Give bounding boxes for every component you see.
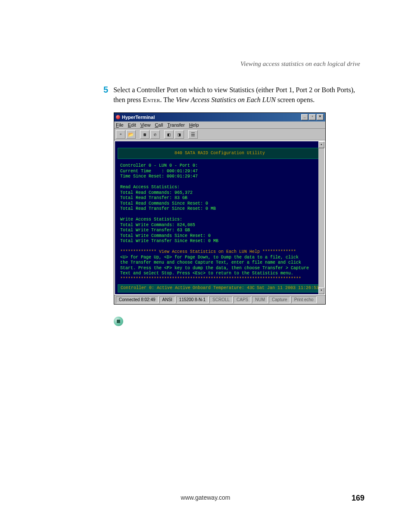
tool-receive-icon[interactable]: ◨ (174, 130, 184, 139)
help-line: <U> for Page Up, <D> for Page Down, to D… (120, 255, 299, 260)
close-button[interactable]: × (317, 114, 324, 120)
scroll-up-icon[interactable]: ▴ (318, 141, 324, 148)
step-5: 5 Select a Controller Port on which to v… (103, 85, 364, 105)
menu-view[interactable]: View (140, 122, 151, 128)
menubar: File Edit View Call Transfer Help (114, 121, 325, 129)
step-key: Enter (143, 96, 160, 103)
term-line: Total Write Commands Since Reset: 0 (120, 233, 211, 238)
status-center: Onboard Temperature: 43C (193, 286, 255, 291)
toolbar: ▫ 📂 ☎ ✆ ◧ ◨ ☰ (114, 129, 325, 140)
term-line: Total Write Transfer Since Reset: 0 MB (120, 239, 218, 243)
tool-hangup-icon[interactable]: ✆ (150, 130, 160, 139)
end-of-procedure-icon (114, 317, 123, 326)
term-line: Read Access Statistics: (120, 185, 180, 190)
term-line: Time Since Reset: 000:01:29:47 (120, 174, 198, 179)
scroll-down-icon[interactable]: ▾ (318, 287, 324, 294)
term-line: Current Time : 000:01:29:47 (120, 169, 198, 174)
statusbar: Connected 8:02:49 ANSI 115200 8-N-1 SCRO… (114, 295, 325, 304)
term-line: Write Access Statistics: (120, 217, 182, 222)
status-right: Sat Jan 11 2003 11:26:53 (257, 286, 319, 291)
hyperterminal-window: HyperTerminal _ ▫ × File Edit View Call … (114, 112, 326, 305)
term-line: Total Read Transfer Since Reset: 0 MB (120, 206, 216, 211)
status-caps: CAPS (234, 296, 251, 303)
tool-new-icon[interactable]: ▫ (116, 130, 125, 139)
status-emulation: ANSI (159, 296, 175, 303)
status-connected: Connected 8:02:49 (116, 296, 159, 303)
tool-properties-icon[interactable]: ☰ (188, 130, 198, 139)
term-line: Total Write Transfer: 63 GB (120, 228, 190, 233)
step-screen-name: View Access Statistics on Each LUN (176, 96, 276, 103)
help-line: Text and select Stop. Press <Esc> to ret… (120, 271, 293, 276)
window-titlebar: HyperTerminal _ ▫ × (114, 113, 325, 121)
terminal-title: 840 SATA RAID Configuration Utility (174, 151, 265, 156)
terminal-area: 840 SATA RAID Configuration UtilityContr… (115, 141, 324, 294)
tool-open-icon[interactable]: 📂 (126, 130, 136, 139)
step-text: Select a Controller Port on which to vie… (113, 85, 364, 105)
status-scroll: SCROLL (209, 296, 233, 303)
app-icon (116, 115, 120, 119)
menu-file[interactable]: File (116, 122, 124, 128)
status-printecho: Print echo (291, 296, 317, 303)
step-suffix: screen opens. (276, 96, 314, 103)
maximize-button[interactable]: ▫ (309, 114, 316, 120)
tool-send-icon[interactable]: ◧ (164, 130, 174, 139)
status-baud: 115200 8-N-1 (176, 296, 209, 303)
term-line: Total Read Transfer: 83 GB (120, 196, 187, 200)
footer-url: www.gateway.com (0, 494, 411, 501)
menu-edit[interactable]: Edit (128, 122, 136, 128)
tool-call-icon[interactable]: ☎ (140, 130, 149, 139)
term-line: Controller 0 - LUN 0 - Port 0: (120, 163, 198, 168)
window-title: HyperTerminal (122, 115, 155, 120)
step-number: 5 (103, 85, 108, 94)
status-capture: Capture (269, 296, 290, 303)
term-line: Total Read Commands: 965,372 (120, 190, 193, 195)
vertical-scrollbar[interactable]: ▴ ▾ (318, 141, 324, 294)
term-line: Total Write Commands: 824,085 (120, 223, 195, 227)
help-title: ************** View Access Statistics on… (120, 249, 296, 254)
minimize-button[interactable]: _ (301, 114, 308, 120)
terminal-status-bar: Controller 0: Active ActiveOnboard Tempe… (118, 284, 322, 292)
term-line: Total Read Commands Since Reset: 0 (120, 201, 208, 206)
section-header: Viewing access statistics on each logica… (103, 60, 364, 68)
status-left: Controller 0: Active Active (121, 286, 190, 291)
menu-call[interactable]: Call (155, 122, 163, 128)
help-line: the Transfer menu and choose Capture Tex… (120, 260, 301, 265)
step-mid: . The (160, 96, 176, 103)
menu-transfer[interactable]: Transfer (167, 122, 185, 128)
menu-help[interactable]: Help (189, 122, 199, 128)
page-number: 169 (352, 494, 364, 503)
help-line: Start. Press the <P> key to dump the dat… (120, 266, 309, 271)
status-num: NUM (252, 296, 268, 303)
help-footer: ****************************************… (120, 277, 301, 281)
